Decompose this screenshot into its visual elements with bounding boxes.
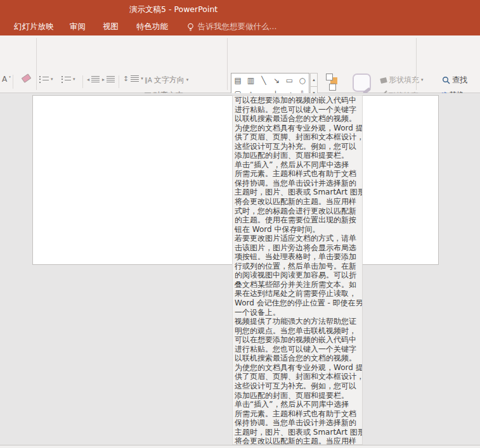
lightbulb-icon (187, 23, 194, 32)
text-line: 果在达到结尾处之前需要停止读取， (233, 289, 362, 298)
text-line: 单击“插入”，然后从不同库中选择 (233, 400, 362, 409)
text-line: 项按钮。当处理表格时，单击要添加 (233, 252, 362, 262)
text-line: 若要更改图片适应文档的方式，请单 (233, 234, 362, 243)
tab-slideshow[interactable]: 幻灯片放映 (14, 22, 54, 32)
slide-canvas: 可以在想要添加的视频的嵌入代码中进行粘贴。您也可以键入一个关键字以联机搜索最适合… (0, 93, 480, 445)
text-line: 所需元素。主题和样式也有助于文档 (233, 169, 362, 179)
status-bar (0, 445, 480, 448)
tell-me-box[interactable]: 告诉我您想要做什么... (187, 22, 276, 32)
bullets-button[interactable]: ▾ (39, 76, 53, 83)
textbox-content: 可以在想要添加的视频的嵌入代码中进行粘贴。您也可以键入一个关键字以联机搜索最适合… (233, 96, 362, 445)
text-box[interactable]: 可以在想要添加的视频的嵌入代码中进行粘贴。您也可以键入一个关键字以联机搜索最适合… (232, 95, 363, 445)
text-line: 的阅读视图中阅读更加容易。可以折 (233, 271, 362, 280)
tab-review[interactable]: 审阅 (70, 22, 86, 32)
text-line: 进行粘贴。您也可以键入一个关键字 (233, 105, 362, 115)
text-line: 可以在想要添加的视频的嵌入代码中 (233, 96, 362, 105)
bullet-list-icon (39, 76, 49, 83)
line-shape-icon[interactable]: ╲ (257, 74, 270, 87)
decrease-indent-button[interactable]: ◂ (87, 76, 100, 83)
text-line: 供了页眉、页脚、封面和文本框设计， (233, 132, 362, 142)
text-line: 所需元素。主题和样式也有助于文档 (233, 409, 362, 419)
numbered-list-icon (62, 76, 71, 83)
text-line: 这些设计可互为补充。例如，您可以 (233, 381, 362, 391)
text-direction-button[interactable]: ∥A 文字方向▾ (145, 75, 188, 86)
text-line: 将会更改以匹配新的主题。当应用样 (233, 197, 362, 207)
tab-features[interactable]: 特色功能 (136, 22, 168, 32)
text-line: 一个设备上。 (233, 308, 362, 317)
horizontal-text-box-icon[interactable]: ▤ (231, 74, 244, 87)
text-line: 保持协调。当您单击设计并选择新的 (233, 418, 362, 428)
line-spacing-button[interactable]: ↕▾ (123, 75, 143, 82)
arrow-shape-icon[interactable]: ↘ (270, 74, 283, 87)
arrange-icon (321, 72, 341, 93)
grow-font-button[interactable]: A▾ (2, 75, 11, 84)
tab-view[interactable]: 视图 (103, 22, 119, 32)
separator (119, 75, 119, 88)
text-line: 行或列的位置，然后单击加号。在新 (233, 262, 362, 271)
text-line: 为使您的文档具有专业外观，Word 提 (233, 363, 362, 373)
group-separator (36, 38, 37, 90)
text-line: 添加匹配的封面、页眉和提要栏。 (233, 391, 362, 400)
text-line: Word 会记住您的停止位置 - 即使在另 (233, 298, 362, 308)
ribbon: A▾ ▾ A▾ ▾ ▾ ◂ ▸ ↕▾ ▾ ∥A 文字方向▾ (0, 35, 480, 93)
shape-fill-icon (380, 77, 387, 83)
find-button[interactable]: 查找 (442, 75, 467, 86)
line-spacing-icon: ↕ (123, 77, 129, 82)
text-line: 式时，您的标题会进行更改以匹配新 (233, 207, 362, 216)
text-line: 保持协调。当您单击设计并选择新的 (233, 179, 362, 188)
text-line: 击该图片，图片旁边将会显示布局选 (233, 243, 362, 253)
group-separator (416, 38, 417, 90)
numbering-button[interactable]: ▾ (62, 76, 75, 83)
tell-me-placeholder: 告诉我您想要做什么... (198, 22, 276, 32)
separator (82, 75, 83, 88)
oval-shape-icon[interactable]: ○ (296, 74, 309, 87)
rectangle-shape-icon[interactable]: ▭ (283, 74, 295, 87)
text-line: 为使您的文档具有专业外观，Word 提 (233, 124, 362, 133)
group-separator (227, 38, 228, 90)
text-line: 明您的观点。当您单击联机视频时， (233, 326, 362, 336)
text-line: 主题时，图片、图表或 SmartArt 图形 (233, 428, 362, 437)
powerpoint-window: 演示文稿5 - PowerPoint 幻灯片放映 审阅 视图 特色功能 告诉我您… (0, 0, 480, 448)
text-line: 以联机搜索最适合您的文档的视频。 (233, 114, 362, 124)
eraser-icon (22, 74, 32, 83)
quick-styles-icon (353, 74, 371, 92)
text-line: 钮在 Word 中保存时间。 (233, 225, 362, 234)
text-line: 叠文档某些部分并关注所需文本。如 (233, 280, 362, 290)
ribbon-tab-bar: 幻灯片放映 审阅 视图 特色功能 告诉我您想要做什么... (0, 17, 480, 35)
title-bar: 演示文稿5 - PowerPoint (0, 0, 480, 17)
text-line: 主题时，图片、图表或 SmartArt 图形 (233, 188, 362, 197)
text-line: 单击“插入”，然后从不同库中选择 (233, 160, 362, 170)
indent-right-icon: ▸ (102, 77, 105, 82)
text-line: 的主题。使用在需要位置出现的新按 (233, 215, 362, 225)
clear-formatting-button[interactable] (22, 75, 30, 81)
text-line: 这些设计可互为补充。例如，您可以 (233, 142, 362, 151)
shape-fill-button[interactable]: 形状填充▾ (380, 75, 424, 86)
text-line: 进行粘贴。您也可以键入一个关键字 (233, 345, 362, 354)
indent-left-icon: ◂ (87, 77, 89, 82)
text-direction-icon: ∥A (145, 77, 152, 84)
text-line: 以联机搜索最适合您的文档的视频。 (233, 354, 362, 363)
separator (13, 75, 13, 89)
vertical-text-box-icon[interactable]: ▥ (244, 74, 257, 87)
gallery-scroll-up-button[interactable]: ▴ (310, 73, 318, 87)
text-line: 供了页眉、页脚、封面和文本框设计， (233, 372, 362, 381)
find-icon (442, 76, 450, 84)
window-title: 演示文稿5 - PowerPoint (129, 4, 217, 15)
text-line: 将会更改以匹配新的主题。当应用样 (233, 437, 362, 445)
increase-indent-button[interactable]: ▸ (102, 76, 115, 83)
text-line: 可以在想要添加的视频的嵌入代码中 (233, 335, 362, 345)
text-line: 视频提供了功能强大的方法帮助您证 (233, 317, 362, 326)
text-line: 添加匹配的封面、页眉和提要栏。 (233, 151, 362, 160)
